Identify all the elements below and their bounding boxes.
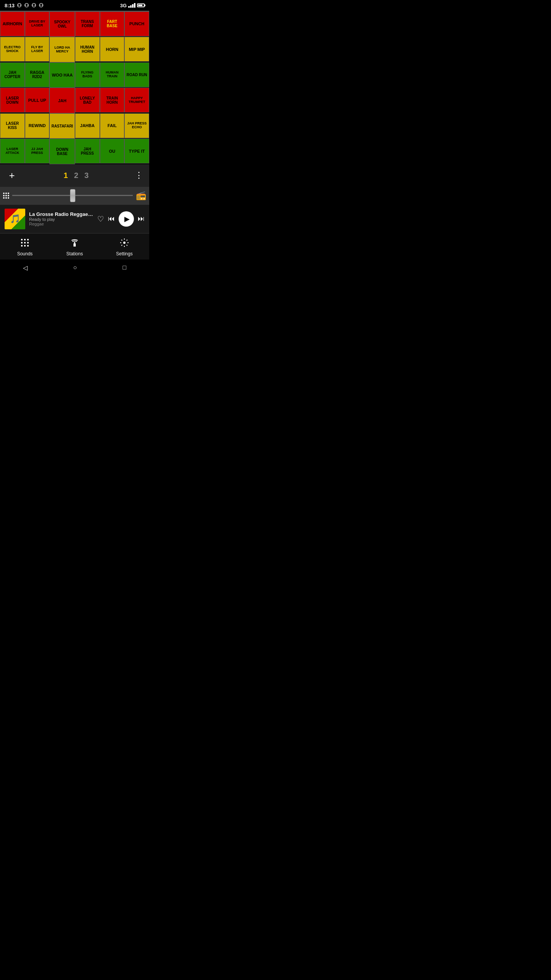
settings-icon bbox=[120, 238, 129, 250]
sounds-label: Sounds bbox=[17, 251, 33, 256]
sound-cell[interactable]: FART BASE bbox=[100, 11, 125, 36]
bottom-nav: Sounds Stations Settings bbox=[0, 233, 149, 260]
bluetooth-icon-3: ⚇ bbox=[31, 2, 36, 8]
play-button[interactable]: ▶ bbox=[119, 211, 134, 227]
sound-cell[interactable]: LASER KISS bbox=[0, 113, 25, 138]
sound-cell[interactable]: HUMAN TRAIN bbox=[100, 62, 125, 87]
home-button[interactable]: ○ bbox=[73, 264, 77, 271]
sound-cell[interactable]: TYPE IT bbox=[124, 139, 149, 163]
sound-cell[interactable]: FLYING BADS bbox=[75, 62, 100, 87]
sound-cell[interactable]: PULL UP bbox=[25, 88, 50, 113]
svg-point-11 bbox=[123, 242, 126, 244]
track-genre: Reggae bbox=[29, 222, 93, 226]
svg-rect-3 bbox=[21, 242, 23, 243]
track-title: La Grosse Radio Reggae - Dub D... bbox=[29, 211, 93, 217]
nav-settings[interactable]: Settings bbox=[99, 238, 149, 256]
track-status: Ready to play bbox=[29, 217, 93, 222]
sound-grid: AIRHORNDRIVE BY LASERSPOOKY OWLTRANS FOR… bbox=[0, 11, 149, 164]
sound-cell[interactable]: AIRHORN bbox=[0, 11, 25, 36]
bluetooth-icon-2: ⚇ bbox=[24, 2, 29, 8]
album-art: 🎵 bbox=[5, 209, 25, 229]
sound-cell[interactable]: DOWN BASE bbox=[49, 139, 75, 164]
stations-label: Stations bbox=[66, 251, 83, 256]
svg-point-10 bbox=[74, 242, 75, 243]
sound-cell[interactable]: JAH PRESS bbox=[75, 139, 100, 163]
svg-rect-6 bbox=[21, 245, 23, 247]
more-options-button[interactable]: ⋮ bbox=[135, 170, 143, 180]
sound-cell[interactable]: JJ JAH PRESS bbox=[25, 139, 50, 163]
sound-cell[interactable]: TRAIN HORN bbox=[100, 88, 125, 113]
android-nav: ◁ ○ □ bbox=[0, 260, 149, 276]
svg-rect-8 bbox=[27, 245, 29, 247]
sound-cell[interactable]: HUMAN HORN bbox=[75, 37, 100, 62]
page-1-button[interactable]: 1 bbox=[64, 171, 68, 180]
sound-cell[interactable]: OU bbox=[100, 139, 125, 163]
sounds-icon bbox=[20, 238, 29, 250]
page-3-button[interactable]: 3 bbox=[85, 171, 89, 180]
add-page-button[interactable]: + bbox=[6, 170, 18, 181]
favorite-button[interactable]: ♡ bbox=[97, 214, 104, 224]
nav-sounds[interactable]: Sounds bbox=[0, 238, 50, 256]
sound-cell[interactable]: LONELY BAD bbox=[75, 88, 100, 113]
svg-rect-1 bbox=[24, 239, 26, 240]
time-display: 8:13 bbox=[5, 3, 15, 8]
sound-cell[interactable]: LASER DOWN bbox=[0, 88, 25, 113]
sound-cell[interactable]: LORD HA MERCY bbox=[49, 37, 75, 62]
sound-cell[interactable]: JAHBA bbox=[75, 113, 100, 138]
previous-button[interactable]: ⏮ bbox=[108, 215, 115, 223]
page-2-button[interactable]: 2 bbox=[74, 171, 78, 180]
stations-icon bbox=[70, 238, 79, 250]
back-button[interactable]: ◁ bbox=[23, 264, 28, 271]
svg-rect-0 bbox=[21, 239, 23, 240]
bluetooth-icon-4: ⚇ bbox=[39, 2, 44, 8]
now-playing-bar: 🎵 La Grosse Radio Reggae - Dub D... Read… bbox=[0, 204, 149, 233]
sound-cell[interactable]: HAPPY TRUMPET bbox=[124, 88, 149, 113]
grid-icon[interactable] bbox=[3, 193, 9, 199]
track-info: La Grosse Radio Reggae - Dub D... Ready … bbox=[29, 211, 93, 226]
settings-label: Settings bbox=[116, 251, 132, 256]
sound-cell[interactable]: DRIVE BY LASER bbox=[25, 11, 50, 36]
sound-cell[interactable]: WOO HAA bbox=[49, 62, 75, 88]
status-bar: 8:13 ⚇ ⚇ ⚇ ⚇ 3G bbox=[0, 0, 149, 11]
sound-cell[interactable]: FLY BY LASER bbox=[25, 37, 50, 62]
player-controls: ♡ ⏮ ▶ ⏭ bbox=[97, 211, 145, 227]
recents-button[interactable]: □ bbox=[123, 264, 127, 271]
sound-cell[interactable]: RAGGA R2D2 bbox=[25, 62, 50, 87]
svg-rect-4 bbox=[24, 242, 26, 243]
volume-slider[interactable] bbox=[12, 192, 133, 199]
network-type: 3G bbox=[120, 3, 127, 8]
sound-cell[interactable]: HORN bbox=[100, 37, 125, 62]
svg-rect-2 bbox=[27, 239, 29, 240]
sound-cell[interactable]: PUNCH bbox=[124, 11, 149, 36]
svg-rect-5 bbox=[27, 242, 29, 243]
sound-cell[interactable]: ROAD RUN bbox=[124, 62, 149, 87]
sound-cell[interactable]: FAIL bbox=[100, 113, 125, 138]
next-button[interactable]: ⏭ bbox=[138, 215, 145, 223]
sound-cell[interactable]: TRANS FORM bbox=[75, 11, 100, 36]
page-numbers: 1 2 3 bbox=[64, 171, 88, 180]
sound-cell[interactable]: JAH COPTER bbox=[0, 62, 25, 87]
battery-indicator bbox=[137, 3, 145, 7]
sound-cell[interactable]: JAH PRESS ECHO bbox=[124, 113, 149, 138]
sound-cell[interactable]: ELECTRO SHOCK bbox=[0, 37, 25, 62]
radio-icon[interactable]: 📻 bbox=[136, 191, 146, 201]
nav-stations[interactable]: Stations bbox=[50, 238, 99, 256]
svg-rect-7 bbox=[24, 245, 26, 247]
volume-area: 📻 bbox=[0, 187, 149, 204]
sound-cell[interactable]: MIP MIP bbox=[124, 37, 149, 62]
sound-cell[interactable]: LASER ATTACK bbox=[0, 139, 25, 163]
pagination-bar: + 1 2 3 ⋮ bbox=[0, 164, 149, 187]
sound-cell[interactable]: JAH bbox=[49, 88, 75, 113]
sound-cell[interactable]: RASTAFARI bbox=[49, 113, 75, 139]
sound-cell[interactable]: REWIND bbox=[25, 113, 50, 138]
signal-strength bbox=[128, 3, 135, 8]
svg-rect-9 bbox=[73, 243, 76, 247]
bluetooth-icon: ⚇ bbox=[17, 2, 22, 8]
sound-cell[interactable]: SPOOKY OWL bbox=[49, 11, 75, 37]
